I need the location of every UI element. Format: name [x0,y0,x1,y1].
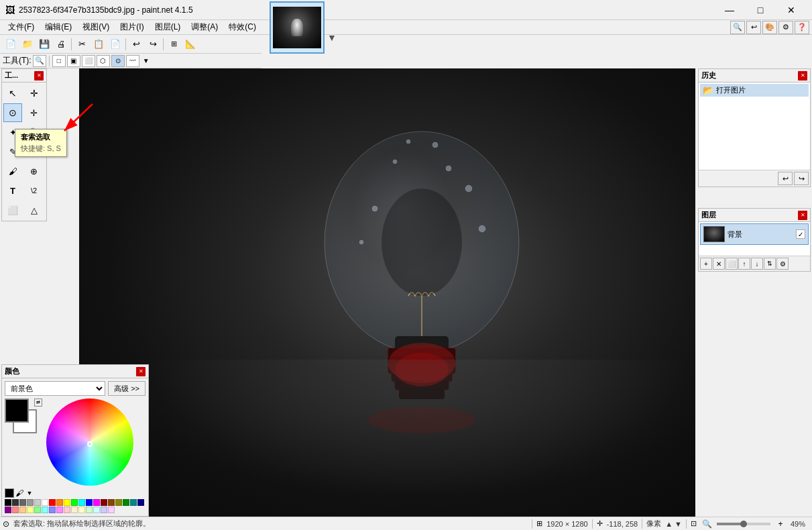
palette-color-cell[interactable] [78,507,85,513]
palette-color-cell[interactable] [27,499,34,506]
tools-options-more[interactable]: ▼ [141,55,152,67]
palette-color-cell[interactable] [101,507,107,513]
menu-layer[interactable]: 图层(L) [150,20,186,34]
palette-color-cell[interactable] [108,499,115,506]
palette-dropdown[interactable]: ▼ [25,488,34,498]
history-panel-close[interactable]: ✕ [798,71,807,81]
history-btn[interactable]: ↩ [746,21,761,34]
grid-btn[interactable]: ⊞ [166,37,182,52]
tools-search-btn[interactable]: 🔍 [33,55,46,67]
palette-color-cell[interactable] [71,507,78,513]
palette-color-cell[interactable] [115,499,122,506]
fg-swatch[interactable] [5,399,29,423]
settings-btn[interactable]: ⚙ [778,21,793,34]
palette-color-cell[interactable] [49,507,56,513]
color-btn[interactable]: 🎨 [762,21,777,34]
palette-color-cell[interactable] [5,507,11,513]
palette-color-cell[interactable] [108,507,115,513]
layer-down-btn[interactable]: ↓ [751,258,763,270]
palette-color-cell[interactable] [78,499,85,506]
fg-indicator[interactable] [5,488,14,498]
palette-color-cell[interactable] [64,499,70,506]
copy-btn[interactable]: 📋 [91,37,107,52]
tab-dropdown-arrow[interactable]: ▼ [327,32,337,43]
swap-colors-btn[interactable]: ⇄ [34,399,42,407]
zoom-tool-btn[interactable]: 🔍 [730,21,745,34]
menu-view[interactable]: 视图(V) [77,20,115,34]
palette-color-cell[interactable] [12,499,19,506]
freehand-btn[interactable]: 〰 [126,55,139,67]
fg-bg-select[interactable]: 前景色 背景色 [5,381,105,396]
lasso-select-btn[interactable]: ⊙ [111,55,125,67]
palette-color-cell[interactable] [12,507,19,513]
color-wheel[interactable] [46,399,133,486]
zoom-out-btn[interactable]: 🔍 [701,518,713,530]
arrow-tool[interactable]: ↖ [3,84,22,103]
menu-adjust[interactable]: 调整(A) [186,20,223,34]
paste-btn[interactable]: 📄 [107,37,123,52]
open-btn[interactable]: 📁 [19,37,36,52]
undo-btn[interactable]: ↩ [128,37,144,52]
palette-color-cell[interactable] [56,507,63,513]
palette-color-cell[interactable] [19,499,26,506]
palette-color-cell[interactable] [123,499,129,506]
palette-color-cell[interactable] [130,499,137,506]
new-btn[interactable]: 📄 [3,37,19,52]
menu-effects[interactable]: 特效(C) [223,20,262,34]
layer-add-btn[interactable]: + [700,258,712,270]
zoom-slider-handle[interactable] [740,521,747,527]
layer-props-btn[interactable]: ⚙ [776,258,789,270]
status-fit-icon[interactable]: ⊡ [691,519,697,528]
maximize-btn[interactable]: □ [745,0,776,20]
menu-edit[interactable]: 编辑(E) [40,20,77,34]
layer-delete-btn[interactable]: ✕ [713,258,725,270]
palette-color-cell[interactable] [34,499,41,506]
layer-merge-btn[interactable]: ⇅ [764,258,776,270]
layer-up-btn[interactable]: ↑ [738,258,750,270]
palette-color-cell[interactable] [137,499,144,506]
palette-color-cell[interactable] [86,507,93,513]
history-item[interactable]: 📂 打开图片 [700,84,809,97]
zoom-in-btn[interactable]: + [774,518,787,530]
zoom-slider-track[interactable] [717,523,770,525]
round-rect-btn[interactable]: ⬜ [82,55,95,67]
text-tool[interactable]: T [3,181,22,200]
palette-color-cell[interactable] [42,507,48,513]
redo-btn[interactable]: ↪ [145,37,161,52]
palette-color-cell[interactable] [27,507,34,513]
history-undo-btn[interactable]: ↩ [778,172,793,185]
shapes-tool[interactable]: \2 [25,181,44,200]
canvas-area[interactable] [79,68,695,517]
print-btn[interactable]: 🖨 [53,37,69,52]
close-btn[interactable]: ✕ [776,0,807,20]
palette-color-cell[interactable] [86,499,93,506]
history-redo-btn[interactable]: ↪ [794,172,809,185]
help-btn[interactable]: ❓ [795,21,809,34]
clone-tool[interactable]: ⊕ [25,162,44,180]
palette-color-cell[interactable] [5,499,11,506]
palette-color-cell[interactable] [34,507,41,513]
palette-color-cell[interactable] [101,499,107,506]
layer-visibility-checkbox[interactable]: ✓ [796,229,805,239]
fixed-rect-btn[interactable]: ▣ [67,55,80,67]
rect-select-btn[interactable]: □ [52,55,66,67]
ellipse-btn[interactable]: ⬡ [97,55,110,67]
layers-panel-close[interactable]: ✕ [798,211,807,220]
palette-color-cell[interactable] [49,499,56,506]
palette-color-cell[interactable] [71,499,78,506]
save-btn[interactable]: 💾 [36,37,52,52]
ruler-btn[interactable]: 📐 [182,37,198,52]
palette-color-cell[interactable] [56,499,63,506]
palette-color-cell[interactable] [93,499,100,506]
layer-duplicate-btn[interactable]: ⬜ [726,258,738,270]
palette-color-cell[interactable] [19,507,26,513]
advanced-btn[interactable]: 高级 >> [108,381,146,396]
tools-panel-close[interactable]: ✕ [34,71,44,81]
image-tab[interactable] [270,1,325,54]
minimize-btn[interactable]: — [714,0,745,20]
cut-btn[interactable]: ✂ [74,37,90,52]
palette-color-cell[interactable] [42,499,48,506]
paintbucket-tool[interactable]: 🖌 [3,162,22,180]
crop-tool[interactable]: ⬜ [3,201,22,219]
polygon-tool[interactable]: △ [25,201,44,219]
